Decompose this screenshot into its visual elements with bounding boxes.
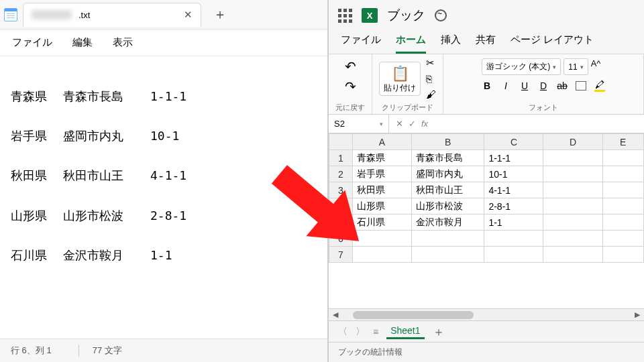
- grow-font-button[interactable]: A^: [591, 58, 601, 75]
- bold-button[interactable]: B: [482, 80, 492, 91]
- sheet-tabs-bar: 〈 〉 ≡ Sheet1 ＋: [329, 320, 644, 342]
- sheet-list-button[interactable]: ≡: [373, 326, 378, 337]
- row-header[interactable]: 1: [329, 150, 353, 166]
- cell[interactable]: [411, 247, 484, 263]
- cell[interactable]: 1-1: [484, 215, 543, 231]
- cell[interactable]: 4-1-1: [484, 182, 543, 198]
- notepad-text-area[interactable]: 青森県青森市長島1-1-1 岩手県盛岡市内丸10-1 秋田県秋田市山王4-1-1…: [0, 56, 327, 339]
- menu-edit[interactable]: 編集: [72, 36, 93, 49]
- workbook-title[interactable]: ブック: [387, 7, 425, 24]
- select-all-corner[interactable]: [329, 134, 353, 150]
- sheet-prev-button[interactable]: 〈: [338, 326, 347, 338]
- tab-insert[interactable]: 挿入: [441, 34, 461, 54]
- redo-button[interactable]: ↷: [345, 78, 356, 95]
- cell[interactable]: [484, 231, 543, 247]
- undo-button[interactable]: ↶: [345, 58, 356, 74]
- menu-file[interactable]: ファイル: [12, 36, 52, 49]
- status-position: 行 6、列 1: [11, 345, 52, 357]
- row-header[interactable]: 6: [329, 231, 353, 247]
- sheet-next-button[interactable]: 〉: [356, 326, 365, 338]
- italic-button[interactable]: I: [500, 80, 511, 91]
- new-tab-button[interactable]: ＋: [207, 5, 233, 23]
- text-cell: 1-1-1: [150, 90, 186, 103]
- cell[interactable]: [411, 231, 484, 247]
- copy-button[interactable]: ⎘: [426, 73, 436, 84]
- cell[interactable]: 盛岡市内丸: [411, 166, 484, 182]
- col-header[interactable]: C: [484, 134, 543, 150]
- cell[interactable]: 岩手県: [352, 166, 411, 182]
- cell[interactable]: [352, 231, 411, 247]
- tab-share[interactable]: 共有: [476, 34, 496, 54]
- cell[interactable]: [602, 215, 643, 231]
- cell[interactable]: [543, 150, 602, 166]
- fill-color-button[interactable]: 🖍: [594, 79, 605, 92]
- horizontal-scrollbar[interactable]: ◀ ▶: [329, 308, 644, 320]
- sheet-tab[interactable]: Sheet1: [386, 324, 424, 339]
- cell[interactable]: [543, 166, 602, 182]
- cell[interactable]: [602, 150, 643, 166]
- add-sheet-button[interactable]: ＋: [433, 324, 445, 340]
- cell[interactable]: 青森市長島: [411, 150, 484, 166]
- close-tab-icon[interactable]: ✕: [184, 9, 193, 21]
- app-launcher-icon[interactable]: [338, 9, 352, 23]
- menu-view[interactable]: 表示: [113, 36, 133, 49]
- excel-titlebar: X ブック: [329, 0, 644, 29]
- row-header[interactable]: 4: [329, 198, 353, 215]
- format-painter-button[interactable]: 🖌: [426, 88, 436, 100]
- scroll-right-icon[interactable]: ▶: [635, 310, 640, 319]
- cell[interactable]: [543, 182, 602, 198]
- row-header[interactable]: 2: [329, 166, 353, 182]
- col-header[interactable]: B: [411, 134, 484, 150]
- cell[interactable]: [602, 166, 643, 182]
- fx-button[interactable]: fx: [421, 119, 428, 129]
- borders-button[interactable]: [576, 81, 586, 90]
- tab-page-layout[interactable]: ページ レイアウト: [511, 34, 594, 54]
- cell[interactable]: [543, 198, 602, 215]
- cell[interactable]: [602, 231, 643, 247]
- cell[interactable]: [543, 215, 602, 231]
- cell[interactable]: [543, 231, 602, 247]
- paste-button[interactable]: 📋 貼り付け: [379, 62, 421, 96]
- cell[interactable]: 石川県: [352, 215, 411, 231]
- cell[interactable]: [602, 247, 643, 263]
- scroll-left-icon[interactable]: ◀: [333, 310, 338, 319]
- notepad-tab[interactable]: .txt ✕: [23, 3, 201, 27]
- cell[interactable]: 青森県: [352, 150, 411, 166]
- cell[interactable]: [352, 247, 411, 263]
- cell[interactable]: 2-8-1: [484, 198, 543, 215]
- font-name-select[interactable]: 游ゴシック (本文)▾: [482, 58, 561, 75]
- font-size-select[interactable]: 11▾: [564, 58, 588, 75]
- strikethrough-button[interactable]: ab: [557, 80, 568, 91]
- tab-file[interactable]: ファイル: [341, 34, 381, 54]
- cell[interactable]: 秋田県: [352, 182, 411, 198]
- cell[interactable]: 秋田市山王: [411, 182, 484, 198]
- text-cell: 青森市長島: [63, 90, 150, 103]
- col-header[interactable]: A: [352, 134, 411, 150]
- cell[interactable]: [484, 247, 543, 263]
- cell[interactable]: [602, 182, 643, 198]
- cut-button[interactable]: ✂: [426, 57, 436, 69]
- cloud-sync-icon[interactable]: [435, 9, 447, 21]
- col-header[interactable]: E: [602, 134, 643, 150]
- cancel-formula-button[interactable]: ✕: [396, 119, 403, 129]
- cell[interactable]: 10-1: [484, 166, 543, 182]
- text-cell: 4-1-1: [150, 169, 186, 182]
- double-underline-button[interactable]: D: [538, 80, 549, 91]
- cell[interactable]: 金沢市鞍月: [411, 215, 484, 231]
- row-header[interactable]: 7: [329, 247, 353, 263]
- cell[interactable]: 山形市松波: [411, 198, 484, 215]
- spreadsheet-grid[interactable]: A B C D E 1青森県青森市長島1-1-1 2岩手県盛岡市内丸10-1 3…: [329, 133, 644, 308]
- scrollbar-thumb[interactable]: [353, 311, 474, 319]
- row-header[interactable]: 5: [329, 215, 353, 231]
- cell[interactable]: 山形県: [352, 198, 411, 215]
- cell[interactable]: [543, 247, 602, 263]
- col-header[interactable]: D: [543, 134, 602, 150]
- underline-button[interactable]: U: [519, 80, 530, 91]
- excel-statusbar[interactable]: ブックの統計情報: [329, 342, 644, 362]
- tab-home[interactable]: ホーム: [396, 34, 426, 54]
- name-box[interactable]: S2 ▾: [329, 115, 389, 133]
- row-header[interactable]: 3: [329, 182, 353, 198]
- enter-formula-button[interactable]: ✓: [409, 119, 416, 129]
- cell[interactable]: 1-1-1: [484, 150, 543, 166]
- cell[interactable]: [602, 198, 643, 215]
